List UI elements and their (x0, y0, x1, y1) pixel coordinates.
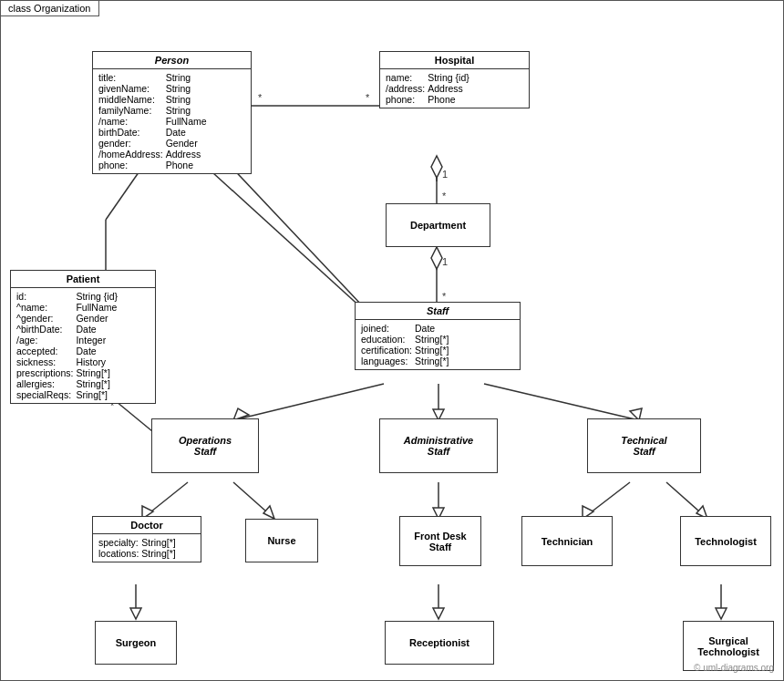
class-administrative-staff: AdministrativeStaff (379, 418, 498, 473)
class-staff-title: Staff (356, 303, 520, 320)
class-staff: Staff joined:Date education:String[*] ce… (355, 302, 521, 370)
class-surgeon: Surgeon (95, 621, 177, 665)
svg-text:1: 1 (442, 256, 448, 267)
class-hospital-title: Hospital (380, 52, 529, 69)
svg-marker-4 (431, 156, 442, 178)
class-nurse: Nurse (245, 519, 318, 562)
class-department-title: Department (410, 220, 466, 231)
watermark: © uml-diagrams.org (694, 663, 774, 673)
svg-marker-17 (431, 247, 442, 269)
class-person: Person title:String givenName:String mid… (92, 51, 252, 174)
svg-marker-29 (263, 506, 274, 519)
class-doctor: Doctor specialty:String[*] locations:Str… (92, 516, 201, 562)
svg-text:*: * (442, 191, 447, 201)
svg-text:*: * (258, 92, 263, 103)
svg-line-32 (583, 482, 630, 519)
svg-line-26 (142, 482, 188, 519)
svg-marker-39 (433, 608, 444, 619)
svg-line-20 (233, 384, 384, 420)
class-technical-staff: TechnicalStaff (587, 418, 701, 473)
svg-text:*: * (366, 92, 370, 103)
diagram-label: class Organization (1, 1, 99, 16)
class-patient: Patient id:String {id} ^name:FullName ^g… (10, 270, 156, 404)
svg-text:*: * (442, 291, 447, 302)
class-doctor-title: Doctor (93, 517, 201, 534)
class-person-title: Person (93, 52, 251, 69)
svg-marker-37 (130, 608, 141, 619)
svg-marker-41 (716, 608, 727, 619)
class-patient-title: Patient (11, 271, 155, 288)
class-hospital: Hospital name:String {id} /address:Addre… (379, 51, 530, 108)
class-technologist: Technologist (680, 516, 771, 566)
class-patient-body: id:String {id} ^name:FullName ^gender:Ge… (11, 288, 155, 403)
class-operations-staff: OperationsStaff (151, 418, 259, 473)
diagram-container: class Organization * * 1 * 1 * (0, 0, 784, 681)
class-department: Department (386, 203, 490, 247)
class-front-desk-staff: Front DeskStaff (399, 516, 481, 566)
svg-line-34 (666, 482, 707, 519)
class-hospital-body: name:String {id} /address:Address phone:… (380, 69, 529, 108)
svg-line-24 (484, 384, 639, 420)
svg-line-28 (233, 482, 274, 519)
svg-text:1: 1 (442, 169, 448, 180)
class-technician: Technician (521, 516, 613, 566)
class-staff-body: joined:Date education:String[*] certific… (356, 320, 520, 369)
class-receptionist: Receptionist (385, 621, 494, 665)
class-person-body: title:String givenName:String middleName… (93, 69, 251, 173)
